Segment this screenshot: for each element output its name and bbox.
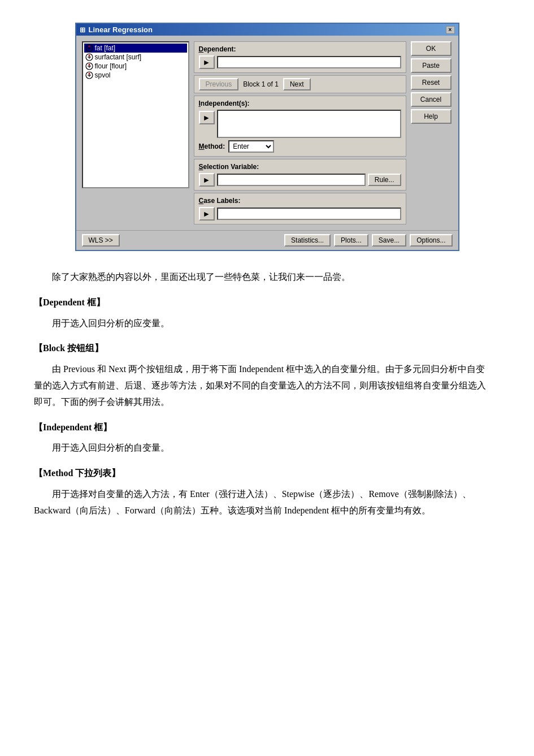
selection-variable-label: Selection Variable: <box>199 163 401 171</box>
var-icon-surfactant <box>85 53 93 61</box>
independent-label: Independent(s): <box>199 100 401 107</box>
method-label: Method: <box>199 142 225 150</box>
right-column: OK Paste Reset Cancel Help <box>411 41 453 224</box>
var-label-fat: fat [fat] <box>95 44 116 52</box>
method-select[interactable]: Enter Stepwise Remove Backward Forward <box>228 140 274 153</box>
var-label-surfactant: surfactant [surf] <box>95 53 142 61</box>
selection-arrow-button[interactable]: ► <box>199 173 215 187</box>
var-item-spvol[interactable]: spvol <box>84 71 187 80</box>
selection-variable-section: Selection Variable: ► Rule... <box>194 159 406 191</box>
heading-method: 【Method 下拉列表】 <box>34 465 486 482</box>
plots-button[interactable]: Plots... <box>334 234 368 247</box>
dialog-footer: WLS >> Statistics... Plots... Save... Op… <box>76 230 458 250</box>
dependent-section: Dependent: ► <box>194 41 406 73</box>
case-arrow-button[interactable]: ► <box>199 207 215 221</box>
var-item-flour[interactable]: flour [flour] <box>84 62 187 71</box>
reset-button[interactable]: Reset <box>411 75 451 90</box>
case-labels-section: Case Labels: ► <box>194 193 406 224</box>
dependent-arrow-row: ► <box>199 55 401 69</box>
wls-button[interactable]: WLS >> <box>82 234 120 247</box>
para-independent: 用于选入回归分析的自变量。 <box>34 440 486 456</box>
para-block: 由 Previous 和 Next 两个按钮组成，用于将下面 Independe… <box>34 361 486 410</box>
previous-button[interactable]: Previous <box>199 78 239 90</box>
section-block: 【Block 按钮组】 由 Previous 和 Next 两个按钮组成，用于将… <box>34 340 486 410</box>
var-label-spvol: spvol <box>95 71 111 79</box>
block-section: Previous Block 1 of 1 Next <box>194 75 406 93</box>
selection-input[interactable] <box>217 174 366 186</box>
independent-arrow-row: ► <box>199 110 401 138</box>
independent-input[interactable] <box>217 110 401 138</box>
statistics-button[interactable]: Statistics... <box>284 234 331 247</box>
case-input[interactable] <box>217 208 401 220</box>
dependent-label: Dependent: <box>199 45 401 53</box>
options-button[interactable]: Options... <box>410 234 452 247</box>
selection-arrow-row: ► Rule... <box>199 173 401 187</box>
case-arrow-row: ► <box>199 207 401 221</box>
variable-list[interactable]: fat [fat] surfactant [surf] <box>82 41 189 188</box>
help-button[interactable]: Help <box>411 109 451 124</box>
method-row: Method: Enter Stepwise Remove Backward F… <box>199 140 401 153</box>
svg-point-5 <box>88 55 90 57</box>
dependent-label-text: D <box>199 45 204 53</box>
cancel-button[interactable]: Cancel <box>411 92 451 107</box>
case-labels-label: Case Labels: <box>199 197 401 205</box>
var-icon-fat <box>85 44 93 52</box>
para-method: 用于选择对自变量的选入方法，有 Enter（强行进入法）、Stepwise（逐步… <box>34 486 486 519</box>
var-label-flour: flour [flour] <box>95 62 127 70</box>
linear-regression-dialog: ⊞ Linear Regression × fat [fat <box>75 23 459 251</box>
left-column: fat [fat] surfactant [surf] <box>82 41 189 224</box>
section-dependent: 【Dependent 框】 用于选入回归分析的应变量。 <box>34 295 486 332</box>
svg-point-9 <box>88 64 90 66</box>
var-item-fat[interactable]: fat [fat] <box>84 44 187 53</box>
var-icon-spvol <box>85 71 93 79</box>
block-row: Previous Block 1 of 1 Next <box>199 78 401 90</box>
dialog-body: fat [fat] surfactant [surf] <box>76 36 458 230</box>
dialog-title: Linear Regression <box>89 25 153 34</box>
dialog-titlebar: ⊞ Linear Regression × <box>76 24 458 36</box>
para-dependent: 用于选入回归分析的应变量。 <box>34 316 486 332</box>
section-method: 【Method 下拉列表】 用于选择对自变量的选入方法，有 Enter（强行进入… <box>34 465 486 519</box>
var-icon-flour <box>85 62 93 70</box>
paste-button[interactable]: Paste <box>411 58 451 73</box>
svg-point-1 <box>88 46 90 47</box>
independent-arrow-button[interactable]: ► <box>199 111 215 124</box>
block-label: Block 1 of 1 <box>241 80 281 88</box>
center-column: Dependent: ► Previous Block 1 of 1 Next <box>194 41 406 224</box>
save-button[interactable]: Save... <box>372 234 406 247</box>
body-content: 除了大家熟悉的内容以外，里面还出现了一些特色菜，让我们来一一品尝。 【Depen… <box>34 269 486 519</box>
heading-block: 【Block 按钮组】 <box>34 340 486 357</box>
dependent-input[interactable] <box>217 56 401 68</box>
titlebar-left: ⊞ Linear Regression <box>80 25 153 34</box>
ok-button[interactable]: OK <box>411 41 451 56</box>
heading-dependent: 【Dependent 框】 <box>34 295 486 311</box>
rule-button[interactable]: Rule... <box>368 174 401 186</box>
independent-section: Independent(s): ► Method: Enter Stepwise… <box>194 96 406 157</box>
dialog-wrapper: ⊞ Linear Regression × fat [fat <box>34 23 500 251</box>
dependent-arrow-button[interactable]: ► <box>199 55 215 69</box>
svg-point-13 <box>88 73 90 75</box>
var-item-surfactant[interactable]: surfactant [surf] <box>84 53 187 62</box>
next-button[interactable]: Next <box>283 78 311 90</box>
section-independent: 【Independent 框】 用于选入回归分析的自变量。 <box>34 420 486 457</box>
close-button[interactable]: × <box>446 26 455 34</box>
intro-paragraph: 除了大家熟悉的内容以外，里面还出现了一些特色菜，让我们来一一品尝。 <box>34 269 486 286</box>
heading-independent: 【Independent 框】 <box>34 420 486 436</box>
